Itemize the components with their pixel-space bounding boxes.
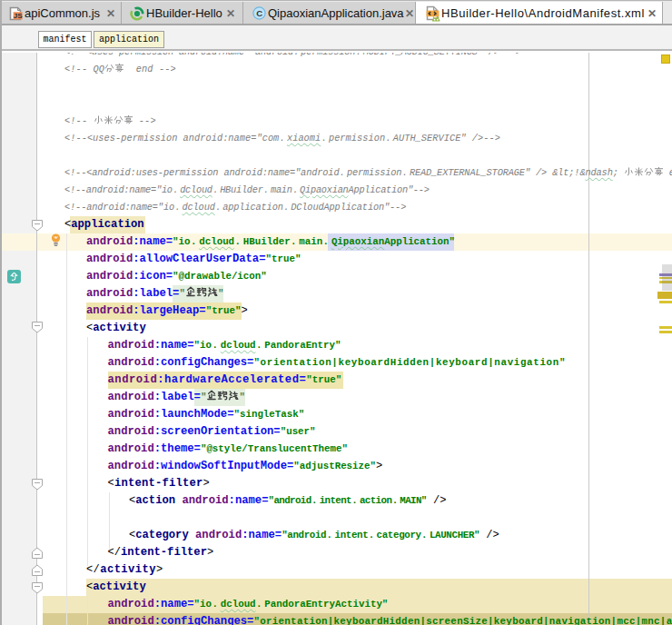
svg-text:C: C	[256, 8, 262, 18]
svg-text:JS: JS	[14, 12, 23, 20]
